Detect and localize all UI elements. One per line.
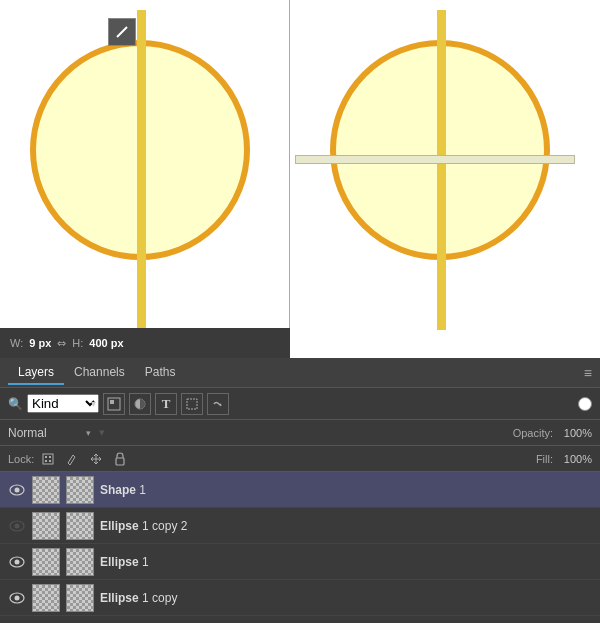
layers-list: Shape 1Ellipse 1 copy 2Ellipse 1Ellipse … [0, 472, 600, 616]
mode-row: Normal Dissolve Multiply Screen Overlay … [0, 420, 600, 446]
panels-area: Layers Channels Paths ≡ 🔍 Kind Name Effe… [0, 358, 600, 623]
left-vertical-line [137, 10, 146, 330]
w-value: 9 px [29, 337, 51, 349]
search-icon: 🔍 [8, 397, 23, 411]
svg-rect-3 [110, 400, 114, 404]
eye-visibility-icon[interactable] [8, 517, 26, 535]
layer-thumbnail [32, 512, 60, 540]
eye-visibility-icon[interactable] [8, 481, 26, 499]
lock-paint-icon[interactable] [62, 450, 82, 468]
pencil-icon [114, 24, 130, 40]
svg-point-19 [15, 595, 20, 600]
layer-thumbnail-linked [66, 548, 94, 576]
layer-row[interactable]: Ellipse 1 copy [0, 580, 600, 616]
link-icon: ⇔ [57, 337, 66, 350]
toolbar-image-icon[interactable] [103, 393, 125, 415]
tab-layers[interactable]: Layers [8, 361, 64, 385]
toolbar-row: 🔍 Kind Name Effect Mode Attribute Color [0, 388, 600, 420]
svg-rect-6 [43, 454, 53, 464]
layer-thumbnail-linked [66, 512, 94, 540]
svg-rect-7 [45, 456, 47, 458]
svg-rect-9 [45, 460, 47, 462]
canvas-right [290, 0, 600, 358]
layer-row[interactable]: Shape 1 [0, 472, 600, 508]
new-layer-indicator[interactable] [578, 397, 592, 411]
tool-indicator [108, 18, 136, 46]
canvas-left: W: 9 px ⇔ H: 400 px [0, 0, 290, 358]
svg-rect-11 [116, 458, 124, 465]
toolbar-transform-icon[interactable] [181, 393, 203, 415]
w-label: W: [10, 337, 23, 349]
eye-visibility-icon[interactable] [8, 553, 26, 571]
kind-select-wrapper[interactable]: Kind Name Effect Mode Attribute Color [27, 394, 99, 413]
lock-all-icon[interactable] [110, 450, 130, 468]
fill-value: 100% [557, 453, 592, 465]
tab-paths[interactable]: Paths [135, 361, 186, 385]
opacity-value: 100% [557, 427, 592, 439]
kind-select[interactable]: Kind Name Effect Mode Attribute Color [27, 394, 99, 413]
layer-thumbnail-linked [66, 476, 94, 504]
lock-pixels-icon[interactable] [38, 450, 58, 468]
tabs-row: Layers Channels Paths ≡ [0, 358, 600, 388]
toolbar-text-icon[interactable]: T [155, 393, 177, 415]
opacity-label: Opacity: [513, 427, 553, 439]
right-horizontal-line [295, 155, 575, 164]
mode-select-wrapper[interactable]: Normal Dissolve Multiply Screen Overlay [8, 426, 93, 440]
blend-mode-select[interactable]: Normal Dissolve Multiply Screen Overlay [8, 426, 93, 440]
layer-row[interactable]: Ellipse 1 [0, 544, 600, 580]
tab-channels[interactable]: Channels [64, 361, 135, 385]
svg-rect-5 [187, 399, 197, 409]
layer-row[interactable]: Ellipse 1 copy 2 [0, 508, 600, 544]
layer-name: Ellipse 1 copy [100, 591, 592, 605]
svg-rect-8 [49, 456, 51, 458]
h-value: 400 px [89, 337, 123, 349]
layer-thumbnail-linked [66, 584, 94, 612]
panel-menu-icon[interactable]: ≡ [584, 365, 592, 381]
svg-point-15 [15, 523, 20, 528]
layer-name: Ellipse 1 copy 2 [100, 519, 592, 533]
layer-thumbnail [32, 548, 60, 576]
right-vertical-line [437, 10, 446, 330]
layer-thumbnail [32, 476, 60, 504]
canvas-area: W: 9 px ⇔ H: 400 px [0, 0, 600, 358]
toolbar-circle-half-icon[interactable] [129, 393, 151, 415]
svg-point-17 [15, 559, 20, 564]
h-label: H: [72, 337, 83, 349]
fill-label: Fill: [536, 453, 553, 465]
dimensions-bar: W: 9 px ⇔ H: 400 px [0, 328, 290, 358]
lock-label: Lock: [8, 453, 34, 465]
svg-point-13 [15, 487, 20, 492]
layer-thumbnail [32, 584, 60, 612]
lock-row: Lock: Fill: [0, 446, 600, 472]
layer-name: Shape 1 [100, 483, 592, 497]
eye-visibility-icon[interactable] [8, 589, 26, 607]
toolbar-chain-icon[interactable] [207, 393, 229, 415]
svg-rect-10 [49, 460, 51, 462]
layer-name: Ellipse 1 [100, 555, 592, 569]
lock-move-icon[interactable] [86, 450, 106, 468]
